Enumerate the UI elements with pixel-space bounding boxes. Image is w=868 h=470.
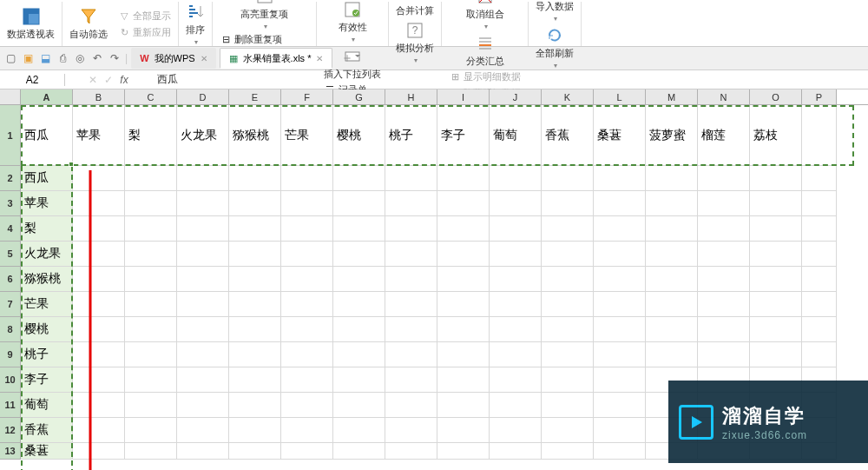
cell[interactable]: 葡萄 [21,393,73,418]
col-header[interactable]: K [542,89,594,104]
col-header[interactable]: A [21,89,73,104]
row-header[interactable]: 7 [0,292,21,317]
cell[interactable] [73,166,125,191]
cell[interactable]: 菠萝蜜 [646,105,698,166]
cell[interactable]: 桃子 [21,342,73,367]
row-header[interactable]: 9 [0,342,21,367]
cell[interactable] [490,166,542,191]
row-header[interactable]: 10 [0,367,21,393]
cell[interactable]: 西瓜 [21,166,73,191]
cell[interactable]: 芒果 [281,105,333,166]
cell[interactable] [646,166,698,191]
cell[interactable] [229,166,281,191]
print-icon[interactable]: ⎙ [56,51,69,65]
cell[interactable]: 李子 [21,367,73,393]
whatif-button[interactable]: ? 模拟分析 [392,19,437,66]
row-header[interactable]: 11 [0,393,21,418]
cell[interactable]: 西瓜 [21,105,73,166]
consolidate-button[interactable]: 合并计算 [392,0,437,19]
cell[interactable]: 桑葚 [21,443,73,460]
cell[interactable]: 梨 [21,216,73,242]
highlight-dup-button[interactable]: 高亮重复项 [237,0,292,32]
row-header[interactable]: 1 [0,105,21,166]
new-icon[interactable]: ▢ [3,51,17,65]
row-header[interactable]: 13 [0,443,21,460]
col-header[interactable]: J [490,89,542,104]
cell[interactable] [281,166,333,191]
cell[interactable]: 梨 [125,105,177,166]
cell[interactable]: 荔枝 [750,105,802,166]
col-header[interactable]: N [698,89,750,104]
autofilter-button[interactable]: 自动筛选 [66,5,111,43]
cell[interactable] [698,166,750,191]
preview-icon[interactable]: ◎ [73,51,87,65]
col-header[interactable]: M [646,89,698,104]
mywps-tab[interactable]: W 我的WPS ✕ [131,48,215,69]
cell[interactable]: 猕猴桃 [229,105,281,166]
col-header[interactable]: P [802,89,837,104]
cell[interactable] [385,166,437,191]
cell[interactable] [177,166,229,191]
row-header[interactable]: 2 [0,166,21,191]
cell[interactable]: 火龙果 [177,105,229,166]
col-header[interactable]: F [281,89,333,104]
cell[interactable]: 苹果 [73,105,125,166]
col-header[interactable]: C [125,89,177,104]
cell[interactable]: 桑葚 [594,105,646,166]
cell[interactable] [333,166,385,191]
col-header[interactable]: H [385,89,437,104]
fill-handle[interactable] [69,162,74,167]
fx-icon[interactable]: fx [120,74,128,86]
select-all-corner[interactable] [0,89,21,104]
close-icon[interactable]: ✕ [316,54,323,63]
import-button[interactable]: 导入数据 [532,0,577,24]
row-header[interactable]: 3 [0,191,21,216]
cell[interactable]: 香蕉 [21,418,73,443]
sort-button[interactable]: 排序 [182,1,208,48]
col-header[interactable]: L [594,89,646,104]
col-header[interactable]: O [750,89,802,104]
cell[interactable]: 桃子 [385,105,437,166]
cell[interactable] [437,166,490,191]
cell[interactable]: 榴莲 [698,105,750,166]
pivot-table-button[interactable]: 数据透视表 [3,5,58,43]
undo-icon[interactable]: ↶ [90,51,104,65]
cell[interactable]: 香蕉 [542,105,594,166]
name-box[interactable]: A2 [0,74,65,86]
cell[interactable] [125,166,177,191]
row-header[interactable]: 5 [0,242,21,267]
cell[interactable]: 苹果 [21,191,73,216]
close-icon[interactable]: ✕ [201,54,207,63]
row-header[interactable]: 8 [0,317,21,342]
fx-accept-icon[interactable]: ✓ [104,74,113,86]
col-header[interactable]: B [73,89,125,104]
redo-icon[interactable]: ↷ [108,51,122,65]
col-header[interactable]: E [229,89,281,104]
row-header[interactable]: 4 [0,216,21,242]
cell[interactable] [542,166,594,191]
cell[interactable]: 樱桃 [21,317,73,342]
open-icon[interactable]: ▣ [21,51,35,65]
cell[interactable] [750,166,802,191]
formula-input[interactable]: 西瓜 [152,72,868,87]
ungroup-button[interactable]: 取消组合 [463,0,508,32]
cell[interactable] [802,166,837,191]
col-header[interactable]: I [437,89,490,104]
remove-dup-button[interactable]: ⊟删除重复项 [216,32,312,47]
cell[interactable] [802,105,837,166]
cell[interactable]: 葡萄 [490,105,542,166]
cell[interactable]: 猕猴桃 [21,267,73,292]
cell[interactable] [594,166,646,191]
row-header[interactable]: 6 [0,267,21,292]
col-header[interactable]: G [333,89,385,104]
save-icon[interactable]: ⬓ [38,51,52,65]
cell[interactable]: 火龙果 [21,242,73,267]
col-header[interactable]: D [177,89,229,104]
add-tab-button[interactable]: ＋ [336,50,358,66]
fx-cancel-icon[interactable]: ✕ [89,74,97,86]
row-header[interactable]: 12 [0,418,21,443]
refresh-button[interactable]: 全部刷新 [532,24,577,71]
cell[interactable]: 芒果 [21,292,73,317]
subtotal-button[interactable]: 分类汇总 [463,32,508,70]
cell[interactable]: 樱桃 [333,105,385,166]
